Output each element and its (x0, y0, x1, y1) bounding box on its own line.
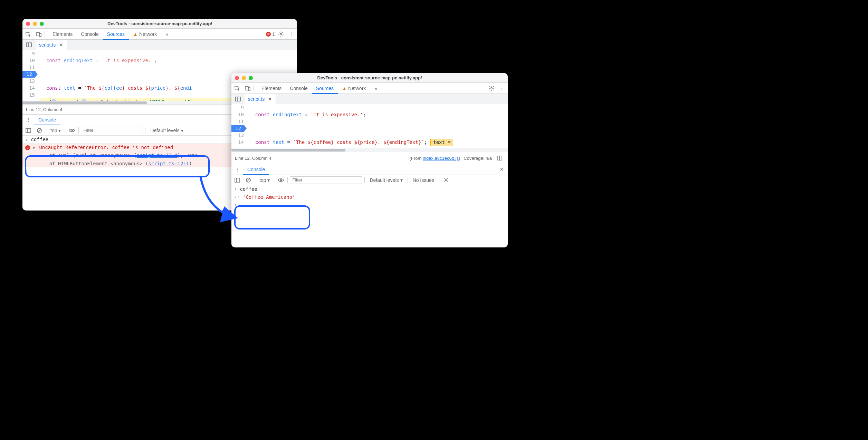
origin-link[interactable]: index.a8c1ec6b.js (423, 156, 459, 161)
devtools-toolbar: Elements Console Sources ▲Network » ✕ 1 … (22, 29, 297, 40)
error-badge-icon: ✕ (266, 32, 271, 37)
clear-console-icon[interactable] (35, 126, 44, 135)
kebab-menu-icon[interactable]: ⋮ (497, 84, 506, 93)
chevron-down-icon: ▾ (58, 128, 61, 133)
window-minimize-button[interactable] (33, 22, 37, 26)
filter-input[interactable] (290, 176, 362, 184)
svg-line-22 (247, 179, 250, 182)
output-icon: ‹· (234, 194, 240, 200)
device-toolbar-icon[interactable] (243, 84, 252, 93)
line-number: 14 (231, 139, 244, 146)
svg-point-14 (491, 87, 493, 89)
tab-network[interactable]: ▲Network (338, 83, 370, 94)
inline-value-chip: text = (430, 139, 453, 146)
stack-link[interactable]: script.ts:12:4 (137, 153, 178, 158)
drawer-tab-console[interactable]: Console (34, 114, 60, 125)
line-number: 15 (22, 91, 35, 98)
error-count: 1 (272, 31, 275, 37)
context-selector[interactable]: top ▾ (48, 128, 63, 133)
prompt-icon: › (234, 202, 237, 208)
tab-network[interactable]: ▲Network (129, 29, 161, 40)
tab-sources[interactable]: Sources (103, 29, 129, 40)
file-tab-label: script.ts (39, 42, 56, 48)
window-close-button[interactable] (235, 76, 239, 80)
svg-point-3 (280, 33, 282, 35)
log-levels-selector[interactable]: Default levels ▾ (147, 128, 186, 133)
svg-rect-6 (26, 128, 31, 133)
disclosure-triangle-icon[interactable]: ▸ (33, 145, 36, 150)
svg-line-9 (38, 129, 41, 132)
prompt-icon: › (25, 168, 28, 174)
issues-indicator[interactable]: No Issues (410, 177, 437, 183)
warning-icon: ▲ (342, 86, 347, 91)
error-counter[interactable]: ✕ 1 (266, 31, 275, 37)
filter-input[interactable] (81, 127, 143, 134)
sidebar-toggle-icon[interactable] (233, 176, 242, 185)
stack-link[interactable]: script.ts:12:1 (148, 161, 189, 166)
file-tab-row: script.ts ✕ (22, 40, 297, 50)
settings-icon[interactable] (487, 84, 496, 93)
console-settings-icon[interactable] (441, 176, 450, 185)
line-number: 13 (231, 132, 244, 139)
window-titlebar: DevTools - consistent-source-map-pc.netl… (22, 19, 297, 29)
error-icon: ✕ (25, 145, 30, 150)
device-toolbar-icon[interactable] (34, 30, 43, 39)
console-output-text: 'Coffee Americano' (243, 194, 295, 200)
inspect-icon[interactable] (233, 84, 242, 93)
svg-rect-19 (235, 178, 240, 182)
live-expression-icon[interactable] (67, 126, 76, 135)
svg-rect-15 (236, 97, 240, 101)
prompt-icon: › (25, 137, 28, 142)
live-expression-icon[interactable] (276, 176, 285, 185)
cursor-position: Line 12, Column 4 (26, 107, 63, 112)
window-zoom-button[interactable] (249, 76, 253, 80)
tab-elements[interactable]: Elements (257, 83, 286, 94)
inspect-icon[interactable] (24, 30, 33, 39)
kebab-menu-icon[interactable]: ⋮ (233, 165, 242, 174)
line-number: 13 (22, 78, 35, 85)
line-number: 11 (231, 118, 244, 125)
close-icon[interactable]: ✕ (268, 96, 272, 102)
window-zoom-button[interactable] (40, 22, 44, 26)
pretty-print-icon[interactable] (495, 154, 504, 163)
settings-icon[interactable] (276, 30, 285, 39)
warning-icon: ▲ (133, 31, 138, 37)
navigator-toggle-icon[interactable] (233, 95, 242, 104)
file-tab[interactable]: script.ts ✕ (245, 94, 276, 104)
line-number: 11 (22, 64, 35, 71)
more-tabs-icon[interactable]: » (371, 84, 380, 93)
console-output-row: ‹· 'Coffee Americano' (231, 193, 508, 201)
context-selector[interactable]: top ▾ (257, 177, 272, 183)
clear-console-icon[interactable] (244, 176, 253, 185)
chevron-down-icon: ▾ (400, 177, 403, 183)
sidebar-toggle-icon[interactable] (24, 126, 33, 135)
navigator-toggle-icon[interactable] (25, 40, 34, 49)
window-titlebar: DevTools - consistent-source-map-pc.netl… (231, 73, 508, 83)
more-tabs-icon[interactable]: » (162, 30, 171, 39)
console-prompt-row[interactable]: › (231, 201, 508, 209)
file-tab[interactable]: script.ts ✕ (36, 40, 67, 50)
console-input-row: › coffee (231, 185, 508, 193)
svg-point-23 (280, 179, 282, 181)
horizontal-scrollbar[interactable] (231, 148, 508, 152)
tab-console[interactable]: Console (286, 83, 312, 94)
code-editor[interactable]: 9 10 11 12 13 14 const endingText = 'It … (231, 104, 508, 148)
window-title: DevTools - consistent-source-map-pc.netl… (22, 21, 297, 26)
line-number: 10 (231, 111, 244, 118)
tab-console[interactable]: Console (77, 29, 103, 40)
window-close-button[interactable] (26, 22, 30, 26)
close-drawer-icon[interactable]: ✕ (497, 165, 506, 174)
log-levels-selector[interactable]: Default levels ▾ (367, 177, 405, 183)
window-minimize-button[interactable] (242, 76, 246, 80)
coverage-label: Coverage: n/a (464, 156, 492, 161)
tab-elements[interactable]: Elements (48, 29, 77, 40)
close-icon[interactable]: ✕ (59, 42, 63, 48)
cursor-position: Line 12, Column 4 (235, 156, 271, 161)
kebab-menu-icon[interactable]: ⋮ (24, 115, 33, 124)
drawer-tab-console[interactable]: Console (243, 164, 269, 175)
kebab-menu-icon[interactable]: ⋮ (287, 30, 296, 39)
svg-rect-17 (498, 156, 502, 160)
tab-sources[interactable]: Sources (312, 83, 338, 94)
line-number: 14 (22, 85, 35, 91)
chevron-down-icon: ▾ (267, 177, 270, 183)
